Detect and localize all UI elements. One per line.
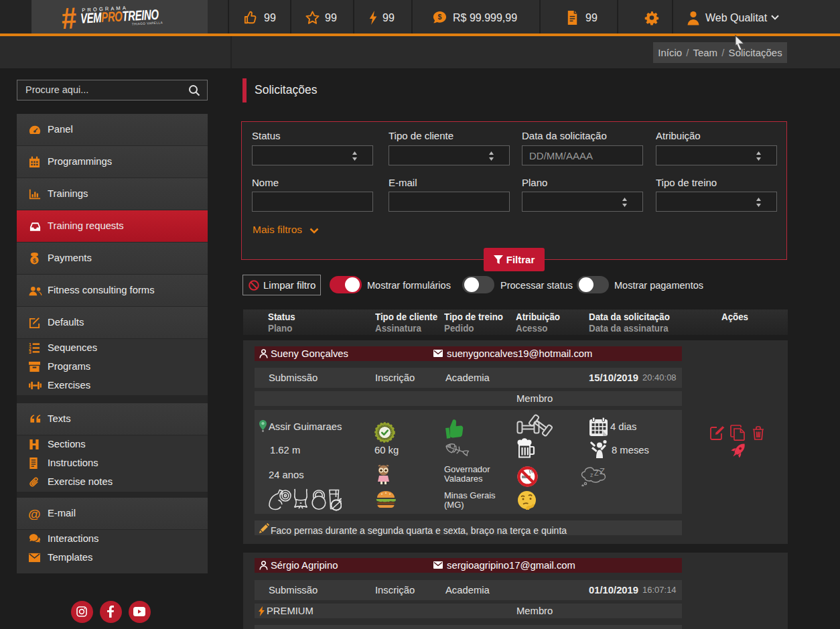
svg-text:$: $ bbox=[33, 257, 36, 264]
svg-text:$: $ bbox=[438, 13, 442, 21]
svg-text:3: 3 bbox=[29, 350, 31, 354]
svg-text:Z: Z bbox=[600, 466, 605, 476]
svg-text:Z: Z bbox=[594, 469, 599, 477]
svg-text:@: @ bbox=[29, 508, 41, 520]
svg-text:z: z bbox=[590, 472, 593, 478]
